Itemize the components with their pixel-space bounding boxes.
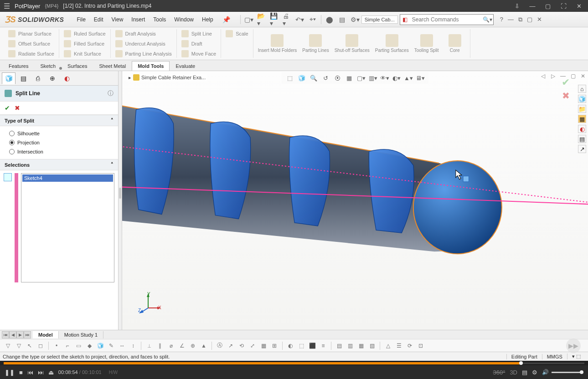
deg-label[interactable]: 360°: [493, 369, 505, 376]
radio-projection[interactable]: Projection: [9, 138, 109, 147]
tb-icon[interactable]: ⊡: [417, 342, 425, 350]
eject-button[interactable]: ⏏: [48, 369, 54, 376]
progress-knob[interactable]: [519, 361, 523, 365]
tb-icon[interactable]: ▤: [335, 342, 343, 350]
menu-edit[interactable]: Edit: [90, 15, 107, 25]
tb-icon[interactable]: ↗: [227, 342, 235, 350]
cmd-split-line[interactable]: Split Line: [181, 29, 216, 38]
graphics-viewport[interactable]: ▸ Simple Cable Retainer Exa... ⬚ 🧊 🔍 ↺ ⦿…: [122, 71, 588, 330]
status-extra-icon[interactable]: ▾ ⬚: [567, 353, 585, 359]
tb-icon[interactable]: ⌐: [63, 342, 72, 350]
rebuild-icon[interactable]: ⬤: [325, 15, 334, 24]
sw-restore-button[interactable]: ⧉: [517, 16, 523, 23]
volume-control[interactable]: 🔊: [542, 369, 583, 375]
cmd-draft-analysis[interactable]: Draft Analysis: [115, 29, 172, 38]
collapse-icon[interactable]: ˄: [111, 162, 113, 168]
tb-icon[interactable]: ↕: [129, 342, 137, 350]
tb-icon[interactable]: △: [384, 342, 392, 350]
tab-surfaces[interactable]: Surfaces: [62, 61, 93, 71]
tb-icon[interactable]: ▭: [74, 342, 83, 350]
stop-button[interactable]: ■: [19, 369, 23, 376]
collapse-icon[interactable]: ˄: [111, 118, 113, 123]
vp-max-icon[interactable]: ▢: [569, 72, 577, 80]
selection-list[interactable]: Sketch4: [21, 173, 114, 282]
menu-icon[interactable]: ☰: [4, 2, 10, 10]
menu-help[interactable]: Help: [198, 15, 217, 25]
menu-tools[interactable]: Tools: [150, 15, 170, 25]
tb-icon[interactable]: ▽: [15, 342, 23, 350]
cmd-core[interactable]: Core: [444, 34, 465, 53]
section-selections[interactable]: Selections˄: [0, 159, 118, 170]
play-pause-button[interactable]: ❚❚: [5, 369, 15, 376]
appearance-tab-icon[interactable]: ◐: [60, 72, 74, 84]
tab-motion-study[interactable]: Motion Study 1: [59, 331, 103, 338]
panel-splitter[interactable]: [119, 71, 122, 330]
selection-item[interactable]: Sketch4: [22, 174, 113, 182]
3d-label[interactable]: 3D: [510, 369, 517, 376]
cmd-parting-surfaces[interactable]: Parting Surfaces: [375, 34, 409, 53]
tb-icon[interactable]: ⤢: [248, 342, 257, 350]
orientation-triad[interactable]: Y X Z: [138, 293, 161, 316]
progress-bar[interactable]: [0, 361, 588, 365]
cmd-parting-line-analysis[interactable]: Parting Line Analysis: [115, 49, 172, 58]
tab-last-icon[interactable]: ⏭: [24, 331, 31, 338]
tb-icon[interactable]: ▲: [200, 342, 208, 350]
tb-icon[interactable]: ◻: [36, 342, 45, 350]
section-type-of-split[interactable]: Type of Split˄: [0, 115, 118, 126]
status-units[interactable]: MMGS: [542, 354, 567, 359]
fullscreen-button[interactable]: ⛶: [558, 3, 569, 10]
menu-file[interactable]: File: [73, 15, 89, 25]
radio-intersection[interactable]: Intersection: [9, 147, 109, 156]
cmd-scale[interactable]: Scale: [226, 29, 248, 38]
tb-icon[interactable]: ⟳: [406, 342, 414, 350]
maximize-button[interactable]: ▢: [542, 3, 553, 10]
save-icon[interactable]: 💾▾: [270, 15, 279, 24]
tb-icon[interactable]: ↔: [118, 342, 126, 350]
config-tab-icon[interactable]: ⎙: [31, 72, 45, 84]
cmd-insert-mold-folders[interactable]: Insert Mold Folders: [258, 34, 297, 53]
options-icon[interactable]: ⚙▾: [351, 15, 360, 24]
sw-maximize-button[interactable]: ▢: [526, 16, 533, 23]
tb-icon[interactable]: ✎: [107, 342, 115, 350]
tb-icon[interactable]: 🧊: [96, 342, 104, 350]
tab-sketch[interactable]: Sketch: [34, 61, 62, 71]
pin-icon[interactable]: ⇩: [511, 3, 522, 10]
cmd-knit-surface[interactable]: Knit Surface: [64, 49, 106, 58]
cmd-filled-surface[interactable]: Filled Surface: [64, 39, 106, 48]
tb-icon[interactable]: ▥: [346, 342, 354, 350]
tb-icon[interactable]: ◐: [286, 342, 294, 350]
tab-evaluate[interactable]: Evaluate: [170, 61, 201, 71]
settings-icon[interactable]: ⚙: [532, 369, 537, 376]
menu-window[interactable]: Window: [170, 15, 197, 25]
cmd-offset-surface[interactable]: Offset Surface: [8, 39, 54, 48]
sw-close-button[interactable]: ✕: [536, 16, 543, 23]
tb-icon[interactable]: ⌀: [167, 342, 175, 350]
file-props-icon[interactable]: ▤: [338, 15, 347, 24]
menu-insert[interactable]: Insert: [128, 15, 149, 25]
next-button[interactable]: ⏭: [38, 369, 44, 376]
tb-icon[interactable]: ◆: [85, 342, 93, 350]
tb-icon[interactable]: ▦: [357, 342, 365, 350]
sw-minimize-button[interactable]: —: [507, 16, 515, 23]
menu-view[interactable]: View: [108, 15, 127, 25]
cmd-shutoff-surfaces[interactable]: Shut-off Surfaces: [335, 34, 370, 53]
tb-icon[interactable]: ∠: [178, 342, 186, 350]
tab-model[interactable]: Model: [33, 331, 59, 338]
vp-prev-icon[interactable]: ◁: [539, 72, 547, 80]
tb-icon[interactable]: ⊕: [189, 342, 197, 350]
search-icon[interactable]: 🔍▾: [482, 16, 493, 23]
tb-icon[interactable]: ⬛: [308, 342, 316, 350]
tb-icon[interactable]: ▦: [259, 342, 268, 350]
tb-icon[interactable]: ⟂: [145, 342, 153, 350]
cancel-button[interactable]: ✖: [15, 104, 20, 112]
tab-sheet-metal[interactable]: Sheet Metal: [93, 61, 132, 71]
open-doc-icon[interactable]: 📂▾: [257, 15, 266, 24]
accept-button[interactable]: ✔: [5, 104, 10, 112]
property-tab-icon[interactable]: ▤: [16, 72, 30, 84]
cmd-tooling-split[interactable]: Tooling Split: [414, 34, 439, 53]
tb-icon[interactable]: Ⓐ: [216, 342, 224, 350]
cmd-undercut-analysis[interactable]: Undercut Analysis: [115, 39, 172, 48]
print-icon[interactable]: 🖨▾: [283, 15, 292, 24]
tb-icon[interactable]: ▽: [4, 342, 12, 350]
tb-icon[interactable]: ⟲: [237, 342, 246, 350]
